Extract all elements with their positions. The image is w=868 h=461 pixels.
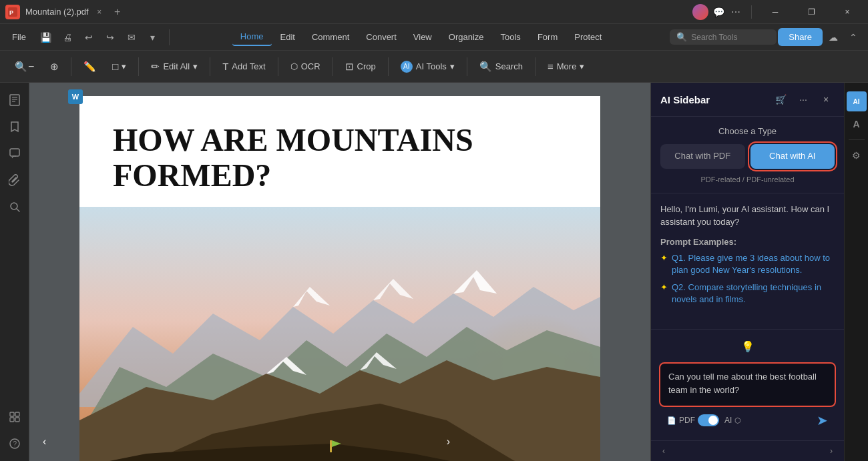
dropdown-icon[interactable]: ▾	[144, 28, 162, 47]
email-icon[interactable]: ✉	[122, 28, 141, 47]
file-menu[interactable]: File	[5, 29, 33, 45]
user-avatar[interactable]	[692, 4, 708, 20]
ai-next-button[interactable]: ›	[824, 444, 839, 458]
ai-footer: 💡 Can you tell me about the best footbal…	[651, 329, 844, 440]
svg-text:P: P	[9, 9, 13, 16]
ai-prev-button[interactable]: ‹	[656, 444, 671, 458]
pdf-next-nav[interactable]: ›	[447, 436, 450, 448]
share-button[interactable]: Share	[778, 28, 823, 46]
minimize-button[interactable]: ─	[760, 0, 791, 24]
ai-close-icon[interactable]: ×	[817, 91, 835, 108]
zoom-in-button[interactable]: ⊕	[43, 57, 65, 77]
ocr-button[interactable]: ⬡ OCR	[284, 57, 327, 75]
ai-prompt-2[interactable]: ✦ Q2. Compare storytelling techniques in…	[660, 282, 835, 306]
sidebar-item-search[interactable]	[3, 195, 27, 219]
edit-all-button[interactable]: ✏ Edit All ▾	[144, 57, 204, 77]
shape-dropdown-icon: ▾	[122, 61, 126, 71]
right-edge-translate-icon[interactable]: A	[847, 114, 867, 134]
right-edge-ai-icon[interactable]: AI	[847, 91, 867, 111]
svg-text:?: ?	[13, 440, 17, 448]
sidebar-item-layers[interactable]	[3, 405, 27, 429]
save-icon[interactable]: 💾	[37, 28, 55, 47]
svg-line-8	[17, 209, 19, 211]
chat-icon[interactable]: 💬	[711, 5, 726, 19]
nav-tools[interactable]: Tools	[493, 29, 529, 45]
sidebar-item-comments[interactable]	[3, 141, 27, 165]
chat-with-pdf-button[interactable]: Chat with PDF	[660, 144, 745, 169]
right-edge-settings-icon[interactable]: ⚙	[847, 145, 867, 165]
main-content: ? W HOW ARE MOUNTAINS FORMED?	[0, 83, 868, 461]
close-window-button[interactable]: ×	[832, 0, 863, 24]
shape-icon: □	[112, 61, 118, 72]
redo-icon[interactable]: ↪	[101, 28, 120, 47]
nav-protect[interactable]: Protect	[566, 29, 610, 45]
ai-greeting: Hello, I'm Lumi, your AI assistant. How …	[660, 203, 835, 229]
chat-with-ai-button[interactable]: Chat with AI	[750, 144, 835, 169]
titlebar: P Mountain (2).pdf × + 💬 ⋯ ─ ❐ ×	[0, 0, 868, 24]
ocr-label: OCR	[301, 61, 320, 71]
ai-hint: 💡	[659, 336, 836, 357]
search-icon: 🔍	[676, 32, 687, 42]
ai-toggle-switch[interactable]	[698, 414, 719, 426]
nav-edit[interactable]: Edit	[272, 29, 303, 45]
crop-icon: ⊡	[345, 61, 354, 73]
nav-view[interactable]: View	[405, 29, 440, 45]
more-button[interactable]: ≡ More ▾	[541, 57, 591, 76]
ai-input-actions: 📄 PDF AI ⬡ ➤	[659, 407, 836, 434]
toolbar: 🔍 − ⊕ ✏️ □ ▾ ✏ Edit All ▾ T Add Text ⬡ O…	[0, 51, 868, 83]
print-icon[interactable]: 🖨	[58, 28, 77, 47]
crop-button[interactable]: ⊡ Crop	[339, 57, 383, 77]
ai-cart-icon[interactable]: 🛒	[772, 91, 789, 108]
ai-prompt-1-text[interactable]: Q1. Please give me 3 ideas about how to …	[672, 252, 835, 276]
undo-icon[interactable]: ↩	[79, 28, 98, 47]
ai-send-button[interactable]: ➤	[817, 412, 828, 428]
ai-sidebar-title: AI Sidebar	[660, 94, 767, 105]
highlight-button[interactable]: ✏️	[77, 57, 103, 77]
ai-pdf-icon: 📄	[667, 416, 676, 425]
ai-input-field[interactable]: Can you tell me about the best football …	[668, 370, 827, 396]
ai-prompt-2-text[interactable]: Q2. Compare storytelling techniques in n…	[672, 282, 835, 306]
sidebar-item-help[interactable]: ?	[3, 432, 27, 456]
zoom-in-icon: ⊕	[50, 61, 59, 73]
divider-3	[210, 57, 210, 76]
ai-more-icon[interactable]: ···	[795, 91, 812, 108]
ai-prompt-examples-label: Prompt Examples:	[660, 237, 835, 247]
tools-search[interactable]: 🔍	[670, 29, 777, 45]
ai-type-buttons: Chat with PDF Chat with AI	[660, 144, 835, 169]
tools-search-input[interactable]	[691, 33, 770, 42]
ai-prompt-1[interactable]: ✦ Q1. Please give me 3 ideas about how t…	[660, 252, 835, 276]
shape-button[interactable]: □ ▾	[105, 57, 133, 76]
nav-comment[interactable]: Comment	[304, 29, 357, 45]
nav-home[interactable]: Home	[232, 28, 272, 46]
new-tab-button[interactable]: +	[110, 5, 125, 19]
ai-icon: ⬡	[734, 416, 741, 425]
svg-rect-9	[10, 412, 14, 416]
zoom-out-button[interactable]: 🔍 −	[8, 57, 41, 77]
pdf-prev-nav[interactable]: ‹	[43, 436, 46, 448]
add-text-button[interactable]: T Add Text	[216, 57, 272, 76]
pdf-viewer[interactable]: W HOW ARE MOUNTAINS FORMED?	[29, 83, 650, 461]
more-options-icon[interactable]: ⋯	[728, 5, 743, 19]
nav-organize[interactable]: Organize	[441, 29, 492, 45]
divider-4	[278, 57, 278, 76]
nav-convert[interactable]: Convert	[358, 29, 405, 45]
nav-form[interactable]: Form	[529, 29, 566, 45]
ai-input-container[interactable]: Can you tell me about the best football …	[659, 362, 836, 407]
sidebar-item-attachments[interactable]	[3, 168, 27, 192]
divider-7	[467, 57, 467, 76]
sidebar-item-pages[interactable]	[3, 88, 27, 112]
ai-tools-icon: AI	[401, 61, 413, 73]
edit-all-label: Edit All	[163, 61, 190, 71]
restore-button[interactable]: ❐	[796, 0, 827, 24]
edit-all-dropdown-icon: ▾	[193, 61, 198, 71]
highlight-icon: ✏️	[83, 61, 96, 73]
ai-type-section: Choose a Type Chat with PDF Chat with AI…	[651, 117, 844, 193]
close-tab-button[interactable]: ×	[94, 7, 105, 17]
expand-icon[interactable]: ⌃	[844, 28, 863, 47]
ai-tools-button[interactable]: AI AI Tools ▾	[394, 57, 461, 77]
search-button[interactable]: 🔍 Search	[473, 57, 529, 77]
cloud-icon[interactable]: ☁	[824, 28, 843, 47]
sidebar-item-bookmark[interactable]	[3, 115, 27, 139]
ai-sidebar-header: AI Sidebar 🛒 ··· ×	[651, 83, 844, 117]
svg-rect-11	[10, 418, 14, 422]
